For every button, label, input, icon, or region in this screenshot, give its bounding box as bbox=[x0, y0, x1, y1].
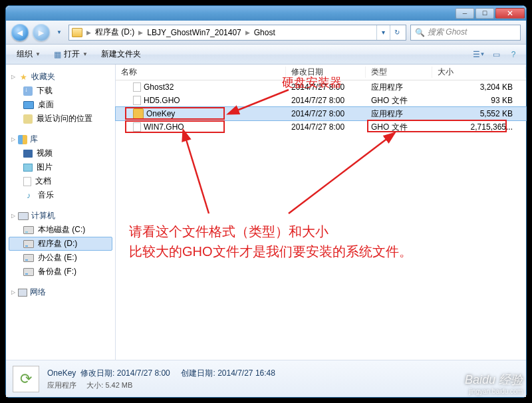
breadcrumb-d[interactable]: 程序盘 (D:) bbox=[92, 27, 137, 38]
sidebar-fdrive[interactable]: 备份盘 (F:) bbox=[9, 265, 112, 279]
chevron-right-icon: ▶ bbox=[85, 29, 92, 36]
network-icon bbox=[18, 289, 27, 297]
drive-icon bbox=[23, 268, 34, 276]
sidebar: ▷收藏夹 下载 桌面 最近访问的位置 ▷库 视频 图片 文档 音乐 ▷计算机 本… bbox=[6, 65, 116, 360]
library-icon bbox=[18, 135, 27, 144]
history-dropdown[interactable]: ▼ bbox=[54, 25, 65, 40]
address-bar[interactable]: ▶ 程序盘 (D:) ▶ LBJY_GhostWin7_201407 ▶ Gho… bbox=[68, 25, 406, 41]
music-icon bbox=[23, 190, 34, 201]
explorer-window: ─ ☐ ✕ ◄ ► ▼ ▶ 程序盘 (D:) ▶ LBJY_GhostWin7_… bbox=[5, 5, 527, 398]
sidebar-network[interactable]: ▷网络 bbox=[9, 285, 112, 299]
drive-icon bbox=[23, 226, 34, 234]
minimize-button[interactable]: ─ bbox=[456, 8, 474, 19]
organize-button[interactable]: 组织▼ bbox=[11, 47, 46, 62]
recent-icon bbox=[23, 114, 33, 124]
sidebar-edrive[interactable]: 办公盘 (E:) bbox=[9, 251, 112, 265]
file-row-win7[interactable]: WIN7.GHO 2014/7/27 8:00 GHO 文件 2,715,365… bbox=[116, 120, 526, 134]
chevron-down-icon: ▼ bbox=[82, 51, 88, 57]
file-rows: Ghost32 2014/7/27 8:00 应用程序 3,204 KB HD5… bbox=[116, 80, 526, 360]
drive-icon bbox=[23, 254, 34, 262]
collapse-icon: ▷ bbox=[11, 74, 15, 80]
maximize-button[interactable]: ☐ bbox=[475, 8, 494, 19]
sidebar-pictures[interactable]: 图片 bbox=[9, 160, 112, 174]
chevron-right-icon: ▶ bbox=[244, 29, 251, 36]
sidebar-computer[interactable]: ▷计算机 bbox=[9, 209, 112, 223]
collapse-icon: ▷ bbox=[11, 213, 15, 219]
explorer-body: ▷收藏夹 下载 桌面 最近访问的位置 ▷库 视频 图片 文档 音乐 ▷计算机 本… bbox=[6, 65, 526, 360]
file-large-icon: ⟳ bbox=[13, 366, 39, 392]
toolbar: 组织▼ ▦打开▼ 新建文件夹 ☰ ▼ ▭ ? bbox=[6, 45, 526, 65]
download-icon bbox=[23, 86, 33, 96]
search-placeholder: 搜索 Ghost bbox=[428, 27, 467, 38]
file-row-hd5[interactable]: HD5.GHO 2014/7/27 8:00 GHO 文件 93 KB bbox=[116, 94, 526, 107]
chevron-down-icon: ▼ bbox=[35, 51, 41, 57]
help-button[interactable]: ? bbox=[506, 47, 521, 62]
svg-line-1 bbox=[186, 138, 209, 213]
desktop-icon bbox=[23, 101, 34, 109]
sidebar-recent[interactable]: 最近访问的位置 bbox=[9, 112, 112, 126]
file-list-pane: 名称 修改日期 类型 大小 Ghost32 2014/7/27 8:00 应用程… bbox=[116, 65, 526, 360]
sidebar-ddrive[interactable]: 程序盘 (D:) bbox=[9, 237, 112, 251]
drive-icon bbox=[23, 240, 34, 248]
forward-button[interactable]: ► bbox=[33, 24, 50, 41]
sidebar-cdrive[interactable]: 本地磁盘 (C:) bbox=[9, 223, 112, 237]
star-icon bbox=[18, 72, 29, 82]
onekey-icon bbox=[133, 108, 144, 119]
column-name[interactable]: 名称 bbox=[116, 67, 286, 78]
sidebar-docs[interactable]: 文档 bbox=[9, 174, 112, 188]
file-row-onekey[interactable]: OneKey 2014/7/27 8:00 应用程序 5,552 KB bbox=[116, 107, 526, 120]
folder-icon bbox=[72, 28, 82, 37]
details-pane: ⟳ OneKey 修改日期: 2014/7/27 8:00 创建日期: 2014… bbox=[6, 360, 526, 397]
sidebar-music[interactable]: 音乐 bbox=[9, 188, 112, 202]
breadcrumb-folder[interactable]: LBJY_GhostWin7_201407 bbox=[144, 28, 243, 37]
details-type: 应用程序 bbox=[47, 381, 76, 389]
gho-icon bbox=[133, 96, 141, 105]
column-type[interactable]: 类型 bbox=[366, 67, 432, 78]
preview-pane-button[interactable]: ▭ bbox=[489, 47, 503, 62]
search-icon: 🔍 bbox=[415, 28, 425, 37]
sidebar-favorites[interactable]: ▷收藏夹 bbox=[9, 70, 112, 84]
address-dropdown[interactable]: ▾ bbox=[376, 25, 390, 40]
column-date[interactable]: 修改日期 bbox=[286, 67, 366, 78]
details-filename: OneKey bbox=[47, 368, 76, 378]
sidebar-desktop[interactable]: 桌面 bbox=[9, 98, 112, 112]
sidebar-video[interactable]: 视频 bbox=[9, 146, 112, 160]
video-icon bbox=[23, 150, 33, 158]
file-row-ghost32[interactable]: Ghost32 2014/7/27 8:00 应用程序 3,204 KB bbox=[116, 80, 526, 94]
column-headers: 名称 修改日期 类型 大小 bbox=[116, 65, 526, 80]
column-size[interactable]: 大小 bbox=[432, 67, 526, 78]
svg-line-2 bbox=[289, 138, 388, 213]
computer-icon bbox=[18, 212, 29, 220]
picture-icon bbox=[23, 164, 33, 172]
sidebar-downloads[interactable]: 下载 bbox=[9, 84, 112, 98]
close-button[interactable]: ✕ bbox=[495, 8, 525, 19]
open-button[interactable]: ▦打开▼ bbox=[49, 47, 93, 62]
sidebar-library[interactable]: ▷库 bbox=[9, 132, 112, 146]
annotation-label-main: 请看这个文件格式（类型）和大小 比较大的GHO文件才是我们要安装的系统文件。 bbox=[129, 221, 412, 261]
title-bar: ─ ☐ ✕ bbox=[6, 6, 526, 21]
chevron-right-icon: ▶ bbox=[137, 29, 144, 36]
search-input[interactable]: 🔍 搜索 Ghost bbox=[410, 25, 521, 41]
refresh-button[interactable]: ↻ bbox=[390, 25, 403, 40]
back-button[interactable]: ◄ bbox=[11, 24, 29, 41]
new-folder-button[interactable]: 新建文件夹 bbox=[96, 47, 146, 62]
nav-row: ◄ ► ▼ ▶ 程序盘 (D:) ▶ LBJY_GhostWin7_201407… bbox=[6, 21, 526, 45]
gho-icon bbox=[133, 122, 141, 132]
view-options-button[interactable]: ☰ ▼ bbox=[471, 47, 486, 62]
collapse-icon: ▷ bbox=[11, 136, 15, 142]
breadcrumb-ghost[interactable]: Ghost bbox=[251, 28, 278, 37]
document-icon bbox=[23, 177, 31, 186]
exe-icon bbox=[133, 82, 141, 92]
collapse-icon: ▷ bbox=[11, 289, 15, 295]
